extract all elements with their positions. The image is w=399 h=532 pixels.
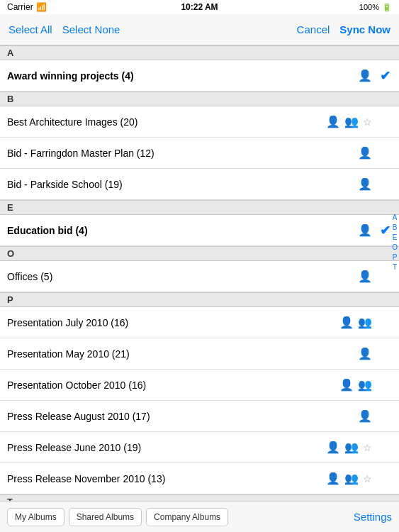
list-item[interactable]: Bid - Farringdon Master Plan (12)👤 <box>0 138 399 169</box>
row-icons: 👤👥☆ <box>326 472 372 485</box>
person-icon: 👤 <box>358 347 372 360</box>
tab-bar-tabs: My Albums Shared Albums Company Albums <box>7 508 228 526</box>
person-icon: 👤 <box>326 440 340 454</box>
row-icons: 👤 <box>358 69 372 82</box>
index-e[interactable]: E <box>392 233 398 242</box>
row-icons: 👤👥 <box>339 316 372 329</box>
shared-albums-tab[interactable]: Shared Albums <box>69 508 142 526</box>
section-header-b: B <box>0 92 399 106</box>
section-header-p: P <box>0 292 399 307</box>
row-icons: 👤👥☆ <box>326 440 372 454</box>
toolbar-right: Cancel Sync Now <box>296 23 392 35</box>
row-icons: 👤 <box>358 223 372 237</box>
row-icons: 👤👥 <box>339 378 372 392</box>
row-label: Press Release June 2010 (19) <box>7 442 326 453</box>
person-icon: 👤 <box>339 316 354 329</box>
toolbar: Select All Select None Cancel Sync Now <box>0 14 399 45</box>
row-label: Best Architecture Images (20) <box>7 116 326 128</box>
battery-icon: 🔋 <box>382 3 392 12</box>
row-icons: 👤 <box>358 347 372 360</box>
person-icon: 👤 <box>358 177 372 191</box>
person-group-icon: 👥 <box>344 472 359 485</box>
person-icon: 👤 <box>326 115 340 128</box>
person-icon: 👤 <box>339 378 354 392</box>
row-label: Award winning projects (4) <box>7 70 358 82</box>
cancel-button[interactable]: Cancel <box>296 23 332 35</box>
section-header-t: T <box>0 494 399 501</box>
company-albums-tab[interactable]: Company Albums <box>146 508 228 526</box>
row-icons: 👤 <box>358 146 372 160</box>
person-icon: 👤 <box>326 472 340 485</box>
status-time: 10:22 AM <box>181 2 218 12</box>
section-index: A B E O P T <box>392 213 398 272</box>
star-icon: ☆ <box>363 473 372 484</box>
index-o[interactable]: O <box>392 243 398 252</box>
list-item[interactable]: Bid - Parkside School (19)👤 <box>0 169 399 200</box>
section-header-o: O <box>0 246 399 261</box>
index-a[interactable]: A <box>392 213 398 222</box>
list-item[interactable]: Presentation May 2010 (21)👤 <box>0 338 399 370</box>
list-item[interactable]: Press Release November 2010 (13)👤👥☆ <box>0 463 399 494</box>
row-label: Press Release August 2010 (17) <box>7 411 358 422</box>
index-p[interactable]: P <box>392 253 398 262</box>
row-icons: 👤 <box>358 409 372 423</box>
row-label: Bid - Farringdon Master Plan (12) <box>7 148 358 159</box>
content-list: AAward winning projects (4)👤✔BBest Archi… <box>0 45 399 501</box>
my-albums-tab[interactable]: My Albums <box>7 508 64 526</box>
row-label: Bid - Parkside School (19) <box>7 179 358 190</box>
row-label: Presentation July 2010 (16) <box>7 317 339 328</box>
tab-bar: My Albums Shared Albums Company Albums S… <box>0 501 399 532</box>
row-icons: 👤👥☆ <box>326 115 372 128</box>
row-label: Education bid (4) <box>7 225 358 236</box>
status-battery: 100% 🔋 <box>359 3 392 12</box>
checkmark-icon: ✔ <box>378 223 392 238</box>
person-group-icon: 👥 <box>344 115 359 128</box>
person-icon: 👤 <box>358 270 372 283</box>
row-label: Press Release November 2010 (13) <box>7 473 326 484</box>
star-icon: ☆ <box>363 442 372 453</box>
list-item[interactable]: Award winning projects (4)👤✔ <box>0 60 399 92</box>
row-icons: 👤 <box>358 177 372 191</box>
star-icon: ☆ <box>363 116 372 128</box>
settings-button[interactable]: Settings <box>354 511 392 523</box>
list-item[interactable]: Best Architecture Images (20)👤👥☆ <box>0 106 399 138</box>
person-icon: 👤 <box>358 146 372 160</box>
list-item[interactable]: Offices (5)👤 <box>0 261 399 292</box>
wifi-icon: 📶 <box>36 2 47 12</box>
section-header-a: A <box>0 45 399 60</box>
status-bar: Carrier 📶 10:22 AM 100% 🔋 <box>0 0 399 14</box>
select-all-button[interactable]: Select All <box>7 23 54 35</box>
sync-now-button[interactable]: Sync Now <box>338 23 392 35</box>
index-b[interactable]: B <box>392 223 398 232</box>
person-icon: 👤 <box>358 223 372 237</box>
person-group-icon: 👥 <box>344 440 359 454</box>
select-none-button[interactable]: Select None <box>61 23 122 35</box>
index-t[interactable]: T <box>392 262 398 272</box>
person-group-icon: 👥 <box>358 316 372 329</box>
status-carrier: Carrier 📶 <box>7 2 47 12</box>
battery-label: 100% <box>359 3 379 11</box>
list-item[interactable]: Press Release August 2010 (17)👤 <box>0 401 399 432</box>
carrier-label: Carrier <box>7 2 33 12</box>
section-header-e: E <box>0 200 399 215</box>
list-item[interactable]: Presentation October 2010 (16)👤👥 <box>0 370 399 401</box>
person-group-icon: 👥 <box>358 378 372 392</box>
list-item[interactable]: Presentation July 2010 (16)👤👥 <box>0 307 399 338</box>
person-icon: 👤 <box>358 409 372 423</box>
list-item[interactable]: Education bid (4)👤✔ <box>0 215 399 246</box>
row-label: Offices (5) <box>7 271 358 282</box>
person-icon: 👤 <box>358 69 372 82</box>
row-label: Presentation May 2010 (21) <box>7 348 358 360</box>
checkmark-icon: ✔ <box>378 68 392 84</box>
row-label: Presentation October 2010 (16) <box>7 379 339 391</box>
list-item[interactable]: Press Release June 2010 (19)👤👥☆ <box>0 432 399 463</box>
toolbar-left: Select All Select None <box>7 23 121 35</box>
row-icons: 👤 <box>358 270 372 283</box>
